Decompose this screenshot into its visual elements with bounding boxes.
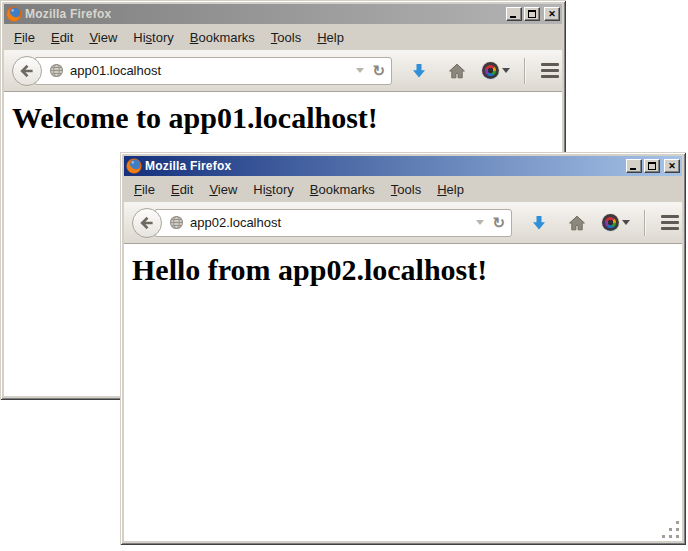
menu-file[interactable]: File <box>6 29 43 46</box>
navigation-toolbar: app01.localhost ↻ <box>4 50 562 92</box>
addon-button[interactable] <box>482 62 510 79</box>
home-icon <box>568 215 586 231</box>
home-icon <box>448 63 466 79</box>
back-arrow-icon <box>139 215 155 231</box>
home-button[interactable] <box>448 63 466 79</box>
titlebar[interactable]: Mozilla Firefox ✕ <box>4 4 562 24</box>
back-arrow-icon <box>19 63 35 79</box>
minimize-icon <box>510 16 516 18</box>
home-button[interactable] <box>568 215 586 231</box>
menubar: File Edit View History Bookmarks Tools H… <box>124 176 682 202</box>
menu-help[interactable]: Help <box>429 181 472 198</box>
color-wheel-icon <box>482 62 499 79</box>
menu-file[interactable]: File <box>126 181 163 198</box>
close-button[interactable]: ✕ <box>544 7 560 21</box>
resize-grip[interactable] <box>676 535 679 538</box>
menu-tools[interactable]: Tools <box>383 181 429 198</box>
window-title: Mozilla Firefox <box>145 159 623 173</box>
download-icon <box>410 62 428 80</box>
reload-icon[interactable]: ↻ <box>372 63 385 78</box>
maximize-icon <box>528 10 536 18</box>
download-button[interactable] <box>530 214 548 232</box>
url-bar[interactable]: app02.localhost ↻ <box>154 209 512 237</box>
url-bar[interactable]: app01.localhost ↻ <box>34 57 392 85</box>
close-button[interactable]: ✕ <box>664 159 680 173</box>
menu-edit[interactable]: Edit <box>43 29 81 46</box>
minimize-button[interactable] <box>626 159 642 173</box>
navigation-toolbar: app02.localhost ↻ <box>124 202 682 244</box>
menu-view[interactable]: View <box>201 181 245 198</box>
addon-dropdown-icon <box>622 220 630 229</box>
maximize-button[interactable] <box>524 7 540 21</box>
menu-help[interactable]: Help <box>309 29 352 46</box>
window-title: Mozilla Firefox <box>25 7 503 21</box>
menu-bookmarks[interactable]: Bookmarks <box>302 181 383 198</box>
urlbar-dropdown-icon[interactable] <box>356 68 364 77</box>
menu-bookmarks[interactable]: Bookmarks <box>182 29 263 46</box>
back-button[interactable] <box>12 56 42 86</box>
toolbar-separator <box>524 58 525 84</box>
browser-window-app02[interactable]: Mozilla Firefox ✕ File Edit View History… <box>120 152 686 545</box>
addon-button[interactable] <box>602 214 630 231</box>
close-icon: ✕ <box>668 162 676 171</box>
menu-edit[interactable]: Edit <box>163 181 201 198</box>
hamburger-icon <box>541 63 559 66</box>
minimize-button[interactable] <box>506 7 522 21</box>
reload-icon[interactable]: ↻ <box>492 215 505 230</box>
maximize-icon <box>648 162 656 170</box>
menu-history[interactable]: History <box>245 181 301 198</box>
page-heading: Hello from app02.localhost! <box>132 253 682 287</box>
globe-icon[interactable] <box>169 215 184 230</box>
menu-tools[interactable]: Tools <box>263 29 309 46</box>
download-button[interactable] <box>410 62 428 80</box>
firefox-icon <box>6 6 22 22</box>
titlebar[interactable]: Mozilla Firefox ✕ <box>124 156 682 176</box>
addon-dropdown-icon <box>502 68 510 77</box>
page-content-app02: Hello from app02.localhost! <box>124 244 682 541</box>
globe-icon[interactable] <box>49 63 64 78</box>
menu-history[interactable]: History <box>125 29 181 46</box>
color-wheel-icon <box>602 214 619 231</box>
urlbar-dropdown-icon[interactable] <box>476 220 484 229</box>
menubar: File Edit View History Bookmarks Tools H… <box>4 24 562 50</box>
page-heading: Welcome to app01.localhost! <box>12 101 562 135</box>
download-icon <box>530 214 548 232</box>
minimize-icon <box>630 168 636 170</box>
url-text[interactable]: app02.localhost <box>190 215 472 230</box>
toolbar-separator <box>644 210 645 236</box>
menu-view[interactable]: View <box>81 29 125 46</box>
menu-panel-button[interactable] <box>658 212 682 233</box>
url-text[interactable]: app01.localhost <box>70 63 352 78</box>
menu-panel-button[interactable] <box>538 60 562 81</box>
hamburger-icon <box>661 215 679 218</box>
close-icon: ✕ <box>548 10 556 19</box>
firefox-icon <box>126 158 142 174</box>
maximize-button[interactable] <box>644 159 660 173</box>
back-button[interactable] <box>132 208 162 238</box>
